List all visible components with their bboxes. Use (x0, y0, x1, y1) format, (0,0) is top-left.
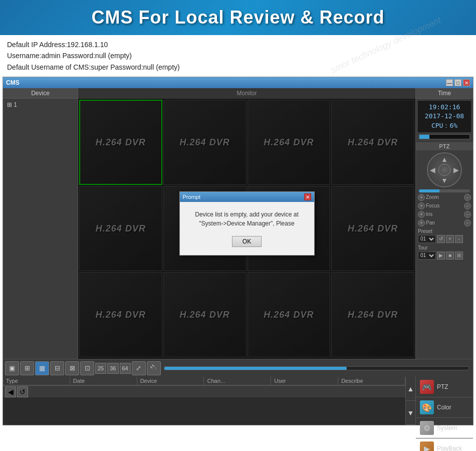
device-panel: Device ⊞ 1 (3, 88, 78, 359)
time-panel-header: Time (416, 88, 473, 99)
cms-bottom-section: TypeDateDeviceChan...UserDescribe ◀ ↺ ▲ … (3, 377, 473, 425)
tour-label: Tour (418, 245, 471, 251)
prompt-title: Prompt (183, 194, 200, 200)
preset-row: 01 ↺ + - (418, 235, 471, 243)
layout-36-button[interactable]: 36 (107, 363, 118, 374)
ptz-right-arrow[interactable]: ▶ (453, 166, 459, 174)
tour-select[interactable]: 01 (418, 252, 436, 260)
preset-add-button[interactable]: + (446, 235, 454, 243)
tour-stop-button[interactable]: ■ (446, 252, 454, 260)
network-button[interactable]: 🔌 (147, 361, 161, 375)
info-section: Default IP Address:192.168.1.10 Username… (0, 35, 476, 77)
tour-play-button[interactable]: ▶ (437, 252, 445, 260)
action-ptz-button[interactable]: 🎮PTZ (416, 377, 473, 397)
scroll-buttons: ▲ ▼ (405, 377, 415, 425)
ptz-focus-row: + Focus - (418, 202, 471, 209)
close-button[interactable]: ✕ (463, 79, 470, 86)
prompt-overlay: Prompt ✕ Device list is empty, add your … (78, 88, 415, 359)
header-banner: CMS For Local Review & Record (0, 0, 476, 35)
log-col-device: Device (137, 377, 204, 385)
ptz-iris-plus[interactable]: - (464, 211, 471, 218)
ptz-slider[interactable] (419, 189, 470, 192)
ptz-zoom-minus[interactable]: + (418, 194, 425, 201)
right-panel: Time 19:02:16 2017-12-08 CPU：6% PTZ ▲ ▼ … (415, 88, 473, 359)
device-panel-header: Device (3, 88, 78, 99)
ptz-zoom-plus[interactable]: - (464, 194, 471, 201)
layout-1-button[interactable]: ▣ (5, 361, 19, 375)
maximize-button[interactable]: □ (454, 79, 461, 86)
bottom-toolbar: ▣ ⊞ ▦ ⊟ ⊠ ⊡ 25 36 64 ⤢ 🔌 (3, 359, 473, 377)
action-color-button[interactable]: 🎨Color (416, 397, 473, 418)
action-playback-icon: ▶ (420, 441, 434, 451)
scroll-down-button[interactable]: ▼ (406, 401, 415, 425)
prompt-message: Device list is empty, add your device at… (190, 210, 304, 228)
action-ptz-icon: 🎮 (420, 380, 434, 394)
ptz-joystick[interactable]: ▲ ▼ ◀ ▶ (427, 152, 462, 187)
ptz-pan-plus[interactable]: - (464, 219, 471, 227)
log-col-date: Date (70, 377, 137, 385)
action-playback-button[interactable]: ▶PlayBack (416, 438, 473, 451)
side-actions-panel: 🎮PTZ🎨Color⚙System▶PlayBack⬇Advance🔓LogOu… (415, 377, 473, 425)
layout-64-button[interactable]: 64 (120, 363, 131, 374)
preset-refresh-button[interactable]: ↺ (437, 235, 445, 243)
ptz-section: PTZ ▲ ▼ ◀ ▶ + Zoom - + (416, 142, 473, 260)
scroll-up-button[interactable]: ▲ (406, 377, 415, 401)
ptz-up-arrow[interactable]: ▲ (441, 155, 448, 163)
clock-date: 2017-12-08 (421, 112, 468, 121)
layout-16-button[interactable]: ⊠ (65, 361, 79, 375)
ptz-left-arrow[interactable]: ◀ (430, 166, 435, 174)
device-item[interactable]: ⊞ 1 (3, 99, 78, 111)
log-scroll-left[interactable]: ◀ (5, 386, 16, 397)
ptz-focus-label: Focus (426, 203, 463, 208)
preset-section: Preset 01 ↺ + - (418, 229, 471, 243)
time-display: 19:02:16 2017-12-08 CPU：6% (418, 101, 471, 132)
cms-window-title: CMS (6, 79, 20, 86)
action-color-icon: 🎨 (420, 400, 434, 414)
log-scroll-right[interactable]: ↺ (17, 386, 28, 397)
fullscreen-button[interactable]: ⤢ (132, 361, 146, 375)
log-header: TypeDateDeviceChan...UserDescribe (3, 377, 405, 385)
layout-4-button[interactable]: ⊞ (20, 361, 34, 375)
prompt-body: Device list is empty, add your device at… (180, 202, 314, 255)
cms-window: CMS — □ ✕ Device ⊞ 1 Monitor H.264 DVRH.… (3, 77, 473, 425)
action-system-button[interactable]: ⚙System (416, 418, 473, 438)
log-col-describe: Describe (338, 377, 405, 385)
ptz-focus-minus[interactable]: + (418, 202, 425, 209)
layout-custom-button[interactable]: ⊡ (80, 361, 94, 375)
ptz-iris-minus[interactable]: + (418, 211, 425, 218)
log-nav-bar: ◀ ↺ (3, 385, 405, 397)
ptz-down-arrow[interactable]: ▼ (441, 176, 448, 184)
preset-label: Preset (418, 229, 471, 234)
ptz-center[interactable] (438, 164, 450, 176)
action-ptz-label: PTZ (437, 383, 448, 390)
action-system-label: System (437, 424, 457, 431)
ptz-zoom-row: + Zoom - (418, 194, 471, 201)
preset-remove-button[interactable]: - (455, 235, 463, 243)
prompt-ok-button[interactable]: OK (232, 236, 262, 247)
action-color-label: Color (437, 404, 451, 411)
preset-select[interactable]: 01 (418, 235, 436, 243)
cms-titlebar-controls: — □ ✕ (446, 79, 470, 86)
log-main: TypeDateDeviceChan...UserDescribe ◀ ↺ (3, 377, 405, 425)
layout-9-button[interactable]: ▦ (35, 361, 49, 375)
tour-grid-button[interactable]: ⊞ (455, 252, 463, 260)
ptz-zoom-label: Zoom (426, 194, 463, 200)
minimize-button[interactable]: — (446, 79, 453, 86)
ptz-pan-minus[interactable]: + (418, 219, 425, 227)
layout-25-button[interactable]: 25 (95, 363, 106, 374)
ptz-slider-row (419, 189, 470, 192)
action-playback-label: PlayBack (437, 445, 462, 451)
layout-12-button[interactable]: ⊟ (50, 361, 64, 375)
ptz-label: PTZ (416, 142, 473, 150)
ptz-pan-label: Pan (426, 220, 463, 225)
prompt-close-button[interactable]: ✕ (304, 193, 311, 200)
log-col-type: Type (3, 377, 70, 385)
toolbar-progress-fill (164, 367, 347, 370)
cms-titlebar: CMS — □ ✕ (3, 77, 473, 88)
log-col-chan...: Chan... (204, 377, 271, 385)
prompt-titlebar: Prompt ✕ (180, 192, 314, 202)
info-line3: Default Username of CMS:super Password:n… (7, 62, 469, 73)
info-line2: Username:admin Password:null (empty) (7, 50, 469, 61)
ptz-focus-plus[interactable]: - (464, 202, 471, 209)
tour-section: Tour 01 ▶ ■ ⊞ (418, 245, 471, 260)
